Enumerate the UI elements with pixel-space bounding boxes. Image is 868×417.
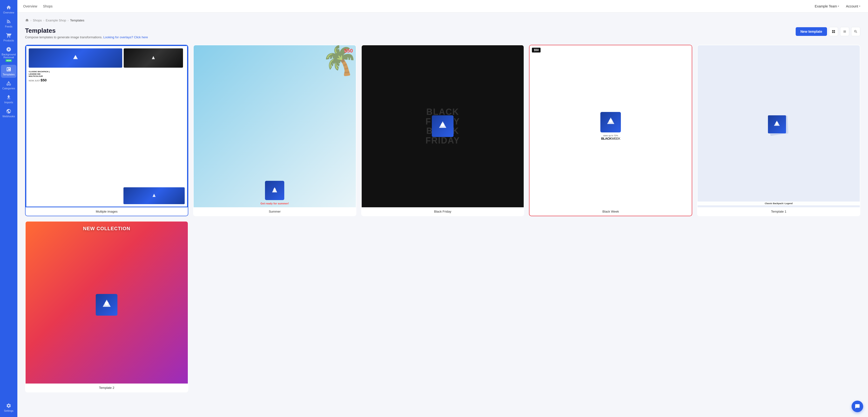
team-dropdown[interactable]: Example Team ▾	[813, 3, 841, 9]
sidebar-item-label: Templates	[3, 73, 15, 76]
sidebar-item-background-removal[interactable]: Background Removal NEW	[1, 45, 17, 64]
sidebar-item-label: Imports	[4, 101, 13, 104]
bw-title-text: BLACKWEEK	[601, 137, 620, 140]
rss-icon	[6, 19, 11, 24]
adidas-logo-nc	[100, 298, 113, 312]
template-thumb-legend: Classic Backpack I Legend	[698, 45, 860, 207]
breadcrumb: › Shops › Example Shop › Templates	[25, 18, 860, 22]
black-friday-preview: BLACKFR​​I​​DAYBL​​ACKFRIDAY	[362, 45, 524, 207]
template-thumb-summer: 🌴 $50 Get ready for summer!	[194, 45, 356, 207]
template-card-name-template-1: Template 1	[698, 207, 860, 216]
svg-point-1	[273, 188, 276, 191]
sidebar-item-webhooks[interactable]: Webhooks	[1, 107, 17, 120]
template-card-name-summer: Summer	[194, 207, 356, 216]
template-thumb-multiple-images: CLASSIC BACKPACK |LEGEND INKMULTICOLOUR …	[26, 45, 188, 207]
chat-bubble[interactable]	[851, 401, 863, 412]
list-view-button[interactable]	[840, 27, 849, 36]
search-icon	[854, 30, 858, 33]
grid-icon	[832, 30, 835, 33]
sidebar-item-label: Feeds	[5, 25, 12, 28]
bw-save-text: save up to 70%	[601, 134, 620, 137]
template-card-black-friday[interactable]: BLACKFR​​I​​DAYBL​​ACKFRIDAY Black Frida…	[361, 45, 524, 216]
product-price-text: NOW JUST $50	[29, 78, 185, 82]
bag-secondary-dark	[124, 48, 183, 68]
grid-view-button[interactable]	[829, 27, 838, 36]
page-content: › Shops › Example Shop › Templates Templ…	[18, 12, 868, 417]
import-icon	[6, 95, 11, 100]
sidebar-item-label: Settings	[4, 409, 13, 412]
multiple-images-preview: CLASSIC BACKPACK |LEGEND INKMULTICOLOUR …	[26, 45, 188, 207]
black-week-preview: $50 save up to 70% BLACKWEEK	[529, 45, 692, 207]
page-header: Templates Compose templates to generate …	[25, 27, 860, 39]
multiple-images-text: CLASSIC BACKPACK |LEGEND INKMULTICOLOUR …	[29, 70, 185, 83]
bw-price-badge: $50	[532, 48, 540, 53]
template-card-name-black-friday: Black Friday	[362, 207, 524, 216]
legend-papers-container	[768, 115, 789, 137]
team-chevron-icon: ▾	[838, 5, 839, 7]
webhook-icon	[6, 109, 11, 114]
svg-point-4	[775, 122, 778, 125]
adidas-logo-2	[151, 55, 156, 61]
bw-bottom-text: save up to 70% BLACKWEEK	[601, 134, 620, 140]
gear-icon	[6, 403, 11, 408]
sidebar: Overview Feeds Products Background Remov…	[0, 0, 18, 417]
breadcrumb-shops[interactable]: Shops	[33, 19, 42, 22]
breadcrumb-home-icon[interactable]	[25, 18, 29, 22]
chat-icon	[855, 404, 860, 409]
adidas-logo-bf	[437, 120, 449, 132]
breadcrumb-example-shop[interactable]: Example Shop	[46, 19, 66, 22]
sidebar-item-label: Background Removal	[2, 53, 16, 59]
template-card-name-multiple: Multiple images	[26, 207, 188, 216]
sidebar-item-templates[interactable]: Templates	[1, 65, 17, 78]
adidas-logo-summer	[270, 186, 279, 195]
template-card-template-1[interactable]: Classic Backpack I Legend Template 1	[697, 45, 860, 216]
account-chevron-icon: ▾	[859, 5, 860, 7]
legend-preview: Classic Backpack I Legend	[698, 45, 860, 207]
new-template-button[interactable]: New template	[796, 27, 827, 36]
search-button[interactable]	[851, 27, 860, 36]
sidebar-item-products[interactable]: Products	[1, 31, 17, 44]
templates-icon	[6, 67, 11, 72]
sidebar-item-label: Overview	[3, 11, 14, 14]
account-dropdown[interactable]: Account ▾	[844, 3, 862, 9]
summer-bag	[265, 181, 284, 200]
sidebar-item-categories[interactable]: Categories	[1, 79, 17, 92]
topnav-right: Example Team ▾ Account ▾	[813, 3, 862, 9]
template-thumb-new-collection: New Collection	[26, 221, 188, 384]
adidas-logo-3	[151, 193, 157, 199]
template-card-summer[interactable]: 🌴 $50 Get ready for summer! Summer	[193, 45, 356, 216]
bg-removal-icon	[6, 47, 11, 52]
sidebar-item-label: Categories	[2, 87, 15, 90]
topnav-shops-link[interactable]: Shops	[43, 3, 53, 9]
template-card-black-week[interactable]: $50 save up to 70% BLACKWEEK	[529, 45, 692, 216]
adidas-logo-1	[72, 54, 79, 62]
template-thumb-black-friday: BLACKFR​​I​​DAYBL​​ACKFRIDAY	[362, 45, 524, 207]
summer-preview: 🌴 $50 Get ready for summer!	[194, 45, 356, 207]
topnav-overview-link[interactable]: Overview	[23, 3, 37, 9]
list-icon	[843, 30, 846, 33]
legend-label-text: Classic Backpack I Legend	[698, 202, 860, 205]
sidebar-item-feeds[interactable]: Feeds	[1, 17, 17, 30]
template-grid: CLASSIC BACKPACK |LEGEND INKMULTICOLOUR …	[25, 45, 860, 216]
summer-cta-text: Get ready for summer!	[194, 202, 356, 205]
template-card-name-black-week: Black Week	[529, 207, 692, 216]
account-name: Account	[846, 4, 858, 8]
sidebar-item-settings[interactable]: Settings	[1, 401, 17, 414]
breadcrumb-current: Templates	[70, 19, 84, 22]
adidas-logo-legend	[772, 120, 782, 129]
sidebar-item-imports[interactable]: Imports	[1, 93, 17, 106]
template-card-template-2[interactable]: New Collection Template 2	[25, 221, 188, 392]
template-card-multiple-images[interactable]: CLASSIC BACKPACK |LEGEND INKMULTICOLOUR …	[25, 45, 188, 216]
new-collection-preview: New Collection	[26, 221, 188, 384]
overlays-link[interactable]: Looking for overlays? Click here	[103, 35, 148, 39]
page-title: Templates	[25, 27, 148, 34]
adidas-logo-bw	[605, 116, 617, 128]
sidebar-item-overview[interactable]: Overview	[1, 3, 17, 16]
product-name-text: CLASSIC BACKPACK |LEGEND INKMULTICOLOUR	[29, 71, 185, 77]
page-header-actions: New template	[796, 27, 860, 36]
template-thumb-black-week: $50 save up to 70% BLACKWEEK	[529, 45, 692, 207]
nc-bag	[96, 294, 117, 316]
sidebar-item-label: Products	[3, 39, 14, 42]
breadcrumb-sep-1: ›	[30, 19, 31, 22]
bw-bag	[600, 112, 621, 132]
